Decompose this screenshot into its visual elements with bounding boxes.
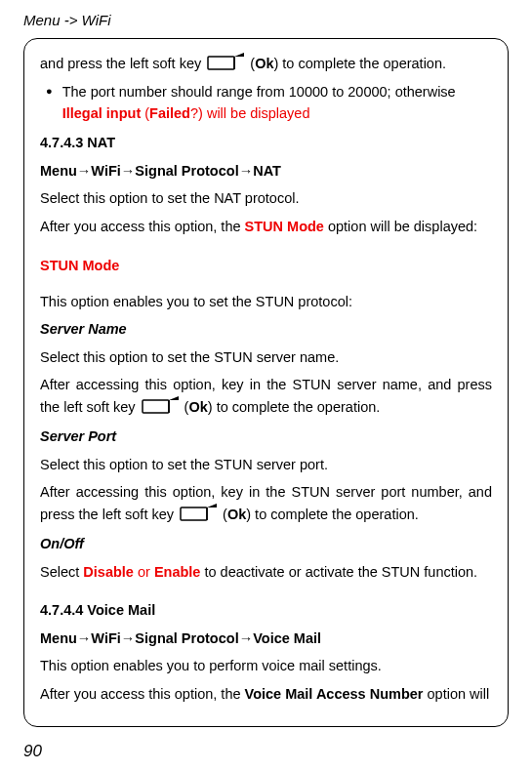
nat-p1: Select this option to set the NAT protoc… (40, 187, 492, 209)
intro-line: and press the left soft key (Ok) to comp… (40, 53, 492, 76)
ok-text: Ok (255, 56, 273, 71)
vm-path: Menu→WiFi→Signal Protocol→Voice Mail (40, 628, 492, 649)
server-name-heading: Server Name (40, 318, 492, 340)
text: ) to complete the operation. (273, 56, 446, 71)
text-red: or (134, 564, 154, 580)
server-port-p2: After accessing this option, key in the … (40, 481, 492, 527)
ok-text: Ok (188, 399, 207, 415)
text: The port number should range from 10000 … (62, 84, 456, 100)
vm-p2: After you access this option, the Voice … (40, 683, 492, 705)
onoff-p1: Select Disable or Enable to deactivate o… (40, 561, 492, 583)
server-name-p2: After accessing this option, key in the … (40, 374, 492, 420)
text: After you access this option, the (40, 686, 245, 702)
softkey-icon (142, 401, 183, 417)
ok-text: Ok (227, 507, 246, 522)
vm-p1: This option enables you to perform voice… (40, 655, 492, 676)
onoff-heading: On/Off (40, 533, 492, 554)
server-port-heading: Server Port (40, 426, 492, 447)
nat-p2: After you access this option, the STUN M… (40, 216, 492, 237)
text-red: Enable (154, 564, 201, 580)
page: Menu -> WiFi and press the left soft key… (0, 0, 532, 771)
stun-p1: This option enables you to set the STUN … (40, 291, 492, 312)
svg-rect-0 (208, 57, 234, 69)
page-header: Menu -> WiFi (23, 12, 509, 28)
svg-rect-2 (143, 400, 169, 413)
text-red: ( (141, 105, 149, 121)
svg-rect-4 (181, 507, 207, 520)
text-red: ?) will be displayed (190, 105, 310, 121)
nat-path: Menu→WiFi→Signal Protocol→NAT (40, 160, 492, 182)
text-red: Failed (149, 105, 190, 121)
text-red: STUN Mode (245, 219, 324, 234)
text: option will (424, 686, 490, 702)
text: to deactivate or activate the STUN funct… (200, 564, 477, 580)
bullet-item: ● The port number should range from 1000… (46, 82, 492, 125)
text: option will be displayed: (324, 219, 477, 234)
heading-nat: 4.7.4.3 NAT (40, 135, 492, 150)
softkey-icon (207, 58, 248, 73)
text: ) to complete the operation. (246, 507, 419, 522)
heading-voicemail: 4.7.4.4 Voice Mail (40, 602, 492, 618)
text: After you access this option, the (40, 219, 245, 234)
stun-mode-heading: STUN Mode (40, 255, 492, 276)
bullet-text: The port number should range from 10000 … (62, 82, 492, 125)
text: and press the left soft key (40, 56, 205, 71)
text-bold: Voice Mail Access Number (245, 686, 424, 702)
text-red: Illegal input (62, 105, 142, 121)
server-port-p1: Select this option to set the STUN serve… (40, 454, 492, 475)
bullet-marker: ● (46, 82, 53, 125)
text: Select (40, 564, 83, 580)
text: ) to complete the operation. (208, 399, 381, 415)
text-red: Disable (83, 564, 134, 580)
content-frame: and press the left soft key (Ok) to comp… (23, 38, 509, 727)
server-name-p1: Select this option to set the STUN serve… (40, 346, 492, 368)
softkey-icon (180, 508, 221, 524)
page-number: 90 (23, 742, 42, 761)
